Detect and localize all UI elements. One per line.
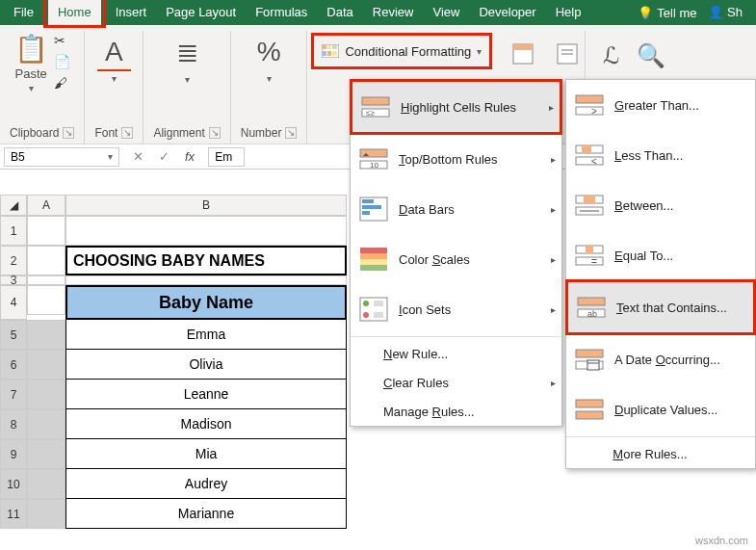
row-header[interactable]: 2 — [0, 246, 27, 275]
cells-icon[interactable] — [511, 42, 534, 71]
row-header[interactable]: 1 — [0, 216, 27, 246]
formula-bar-input[interactable]: Em — [208, 147, 245, 167]
data-cell[interactable]: Olivia — [65, 350, 347, 380]
top-bottom-icon: 10 — [358, 144, 389, 174]
row-header[interactable]: 6 — [0, 350, 27, 380]
alignment-button[interactable]: ≣ ▾ — [169, 33, 206, 85]
highlight-cells-submenu: > Greater Than... < Less Than... Between… — [565, 79, 756, 469]
conditional-formatting-button[interactable]: Conditional Formatting ▾ — [316, 38, 487, 65]
menu-clear-rules[interactable]: Clear Rules ▸ — [351, 368, 561, 397]
format-painter-icon[interactable]: 🖌 — [54, 75, 70, 91]
tab-data[interactable]: Data — [317, 0, 362, 25]
cell[interactable] — [27, 409, 65, 439]
data-cell[interactable]: Emma — [65, 320, 347, 350]
menu-highlight-cells-rules[interactable]: ≤≥ Highlight Cells Rules ▸ — [352, 82, 560, 132]
menu-label: More Rules... — [613, 447, 687, 461]
svg-rect-51 — [587, 360, 599, 370]
highlight-home-tab: Home — [43, 0, 106, 28]
menu-less-than[interactable]: < Less Than... — [566, 130, 755, 180]
tab-formulas[interactable]: Formulas — [246, 0, 317, 25]
copy-icon[interactable]: 📄 — [54, 54, 70, 69]
tab-home[interactable]: Home — [48, 0, 101, 25]
tell-me-wrap[interactable]: 💡 Tell me — [638, 6, 704, 20]
chevron-down-icon: ▾ — [477, 46, 482, 57]
menu-top-bottom-rules[interactable]: 10 Top/Bottom Rules ▸ — [351, 134, 561, 184]
row-header[interactable]: 4 — [0, 285, 27, 320]
row-header[interactable]: 8 — [0, 409, 27, 439]
cell[interactable] — [27, 469, 65, 499]
data-cell[interactable]: Leanne — [65, 380, 347, 409]
row-header[interactable]: 3 — [0, 275, 27, 285]
menu-between[interactable]: Between... — [566, 180, 755, 230]
tab-review[interactable]: Review — [363, 0, 424, 25]
font-button[interactable]: A ▾ — [97, 33, 131, 84]
alignment-launcher-icon[interactable]: ↘ — [209, 127, 221, 139]
row-header[interactable]: 11 — [0, 499, 27, 529]
font-launcher-icon[interactable]: ↘ — [121, 127, 133, 139]
data-cell[interactable]: Madison — [65, 409, 347, 439]
editing-icon[interactable] — [556, 42, 579, 71]
user-label[interactable]: 👤 Sh — [704, 0, 752, 25]
menu-greater-than[interactable]: > Greater Than... — [566, 80, 755, 130]
tab-developer[interactable]: Developer — [469, 0, 545, 25]
number-launcher-icon[interactable]: ↘ — [285, 127, 297, 139]
select-all-button[interactable]: ◢ — [0, 195, 27, 216]
col-header-a[interactable]: A — [27, 195, 65, 216]
title-cell[interactable]: CHOOSING BABY NAMES — [65, 246, 347, 275]
row-header[interactable]: 10 — [0, 469, 27, 499]
menu-date-occurring[interactable]: A Date Occurring... — [566, 334, 755, 384]
menu-more-rules[interactable]: More Rules... — [566, 439, 755, 468]
cell[interactable] — [27, 246, 65, 275]
fx-icon[interactable]: fx — [185, 149, 195, 164]
svg-rect-46 — [578, 298, 605, 305]
cut-icon[interactable]: ✂ — [54, 33, 70, 48]
menu-icon-sets[interactable]: Icon Sets ▸ — [351, 284, 561, 334]
cell[interactable] — [27, 216, 65, 246]
data-cell[interactable]: Audrey — [65, 469, 347, 499]
name-box[interactable]: B5 ▾ — [4, 147, 119, 167]
row-header[interactable]: 9 — [0, 439, 27, 469]
svg-rect-20 — [362, 205, 381, 209]
data-cell[interactable]: Marianne — [65, 499, 347, 529]
clipboard-launcher-icon[interactable]: ↘ — [63, 127, 74, 139]
tab-page-layout[interactable]: Page Layout — [156, 0, 246, 25]
number-button[interactable]: % ▾ — [249, 33, 289, 84]
cell[interactable] — [27, 320, 65, 350]
tab-view[interactable]: View — [423, 0, 469, 25]
find-icon[interactable]: 🔍 — [637, 42, 665, 69]
menu-text-that-contains[interactable]: ab Text that Contains... — [568, 282, 753, 332]
cancel-icon[interactable]: ✕ — [133, 149, 143, 164]
cell[interactable] — [65, 275, 347, 285]
cell[interactable] — [27, 380, 65, 409]
menu-color-scales[interactable]: Color Scales ▸ — [351, 234, 561, 284]
highlight-cond-fmt-button: Conditional Formatting ▾ — [311, 33, 492, 69]
data-cell[interactable]: Mia — [65, 439, 347, 469]
tab-insert[interactable]: Insert — [106, 0, 157, 25]
row-header[interactable]: 7 — [0, 380, 27, 409]
col-header-b[interactable]: B — [65, 195, 347, 216]
chevron-right-icon: ▸ — [551, 378, 556, 388]
menu-data-bars[interactable]: Data Bars ▸ — [351, 184, 561, 234]
chevron-right-icon: ▸ — [551, 154, 556, 165]
cell[interactable] — [27, 275, 65, 285]
menu-label: New Rule... — [383, 347, 448, 361]
cell[interactable] — [27, 499, 65, 529]
tab-help[interactable]: Help — [546, 0, 591, 25]
menu-duplicate-values[interactable]: Duplicate Values... — [566, 384, 755, 434]
menu-label: Duplicate Values... — [614, 403, 717, 417]
menu-new-rule[interactable]: New Rule... — [351, 339, 561, 368]
header-cell[interactable]: Baby Name — [65, 285, 347, 320]
enter-icon[interactable]: ✓ — [159, 149, 169, 164]
fx-buttons: ✕ ✓ fx — [123, 149, 204, 164]
menu-equal-to[interactable]: = Equal To... — [566, 230, 755, 280]
user-name: Sh — [727, 5, 743, 19]
cell[interactable] — [27, 350, 65, 380]
menu-manage-rules[interactable]: Manage Rules... — [351, 397, 561, 426]
tab-file[interactable]: File — [4, 0, 43, 25]
paste-button[interactable]: 📋 Paste ▾ — [14, 33, 48, 93]
cell[interactable] — [65, 216, 347, 246]
cell[interactable] — [27, 439, 65, 469]
cell[interactable] — [27, 285, 65, 315]
row-header[interactable]: 5 — [0, 320, 27, 350]
sort-icon[interactable]: ℒ — [603, 42, 619, 69]
